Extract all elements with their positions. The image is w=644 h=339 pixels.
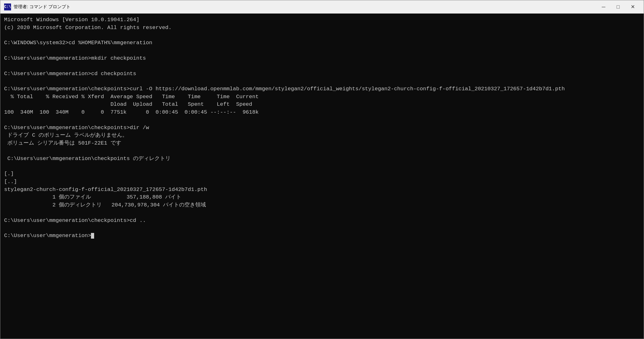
close-button[interactable]: ✕ — [625, 0, 640, 14]
terminal-line: % Total % Received % Xferd Average Speed… — [4, 93, 640, 101]
terminal-line: stylegan2-church-config-f-official_20210… — [4, 186, 640, 194]
window-controls: ─ □ ✕ — [596, 0, 640, 14]
terminal-line: 1 個のファイル 357,188,808 バイト — [4, 193, 640, 201]
terminal-line: C:\WINDOWS\system32>cd %HOMEPATH%\mmgene… — [4, 39, 640, 47]
terminal-line: C:\Users\user\mmgeneration> — [4, 232, 640, 240]
terminal-line: (c) 2020 Microsoft Corporation. All righ… — [4, 24, 640, 32]
terminal-line: ボリューム シリアル番号は 501F-22E1 です — [4, 140, 640, 147]
terminal-line: 100 340M 100 340M 0 0 7751k 0 0:00:45 0:… — [4, 109, 640, 116]
terminal-line — [4, 62, 640, 70]
terminal-line — [4, 47, 640, 55]
terminal-line: Microsoft Windows [Version 10.0.19041.26… — [4, 16, 640, 24]
titlebar: C:\ 管理者: コマンド プロンプト ─ □ ✕ — [0, 0, 644, 14]
terminal-line — [4, 224, 640, 232]
terminal-line: C:\Users\user\mmgeneration\checkpoints>c… — [4, 217, 640, 225]
cmd-icon: C:\ — [4, 3, 11, 10]
terminal-line: C:\Users\user\mmgeneration>cd checkpoint… — [4, 70, 640, 78]
terminal-line — [4, 78, 640, 85]
terminal-line: C:\Users\user\mmgeneration\checkpoints の… — [4, 155, 640, 163]
terminal-body[interactable]: Microsoft Windows [Version 10.0.19041.26… — [0, 14, 644, 339]
terminal-line: C:\Users\user\mmgeneration>mkdir checkpo… — [4, 55, 640, 62]
cmd-window: C:\ 管理者: コマンド プロンプト ─ □ ✕ Microsoft Wind… — [0, 0, 644, 339]
terminal-line: [..] — [4, 178, 640, 186]
terminal-line — [4, 32, 640, 39]
terminal-line — [4, 209, 640, 217]
cursor — [91, 233, 94, 239]
terminal-line: C:\Users\user\mmgeneration\checkpoints>c… — [4, 85, 640, 93]
terminal-line: Dload Upload Total Spent Left Speed — [4, 101, 640, 109]
terminal-line: C:\Users\user\mmgeneration\checkpoints>d… — [4, 124, 640, 132]
terminal-line: [.] — [4, 170, 640, 178]
minimize-button[interactable]: ─ — [596, 0, 611, 14]
terminal-line: ドライブ C のボリューム ラベルがありません。 — [4, 132, 640, 140]
window-title: 管理者: コマンド プロンプト — [14, 4, 596, 10]
maximize-button[interactable]: □ — [611, 0, 625, 14]
terminal-line — [4, 147, 640, 155]
terminal-line — [4, 163, 640, 170]
terminal-line — [4, 116, 640, 124]
terminal-line: 2 個のディレクトリ 204,730,978,304 バイトの空き領域 — [4, 201, 640, 209]
